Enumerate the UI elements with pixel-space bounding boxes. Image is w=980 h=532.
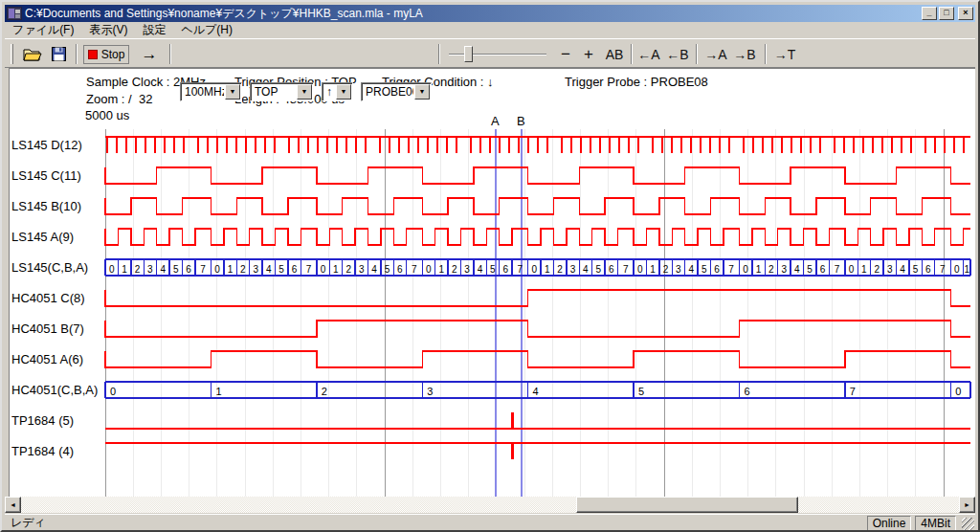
probe-value: PROBE00: [362, 85, 413, 99]
toolbar-separator: [765, 44, 767, 64]
stop-icon: [88, 50, 98, 59]
trigger-edge-select[interactable]: ↑ ▼: [322, 82, 353, 101]
save-button[interactable]: [47, 43, 70, 65]
scroll-left-button[interactable]: ◄: [5, 497, 21, 513]
trigger-edge-value: ↑: [323, 85, 335, 99]
toolbar-separator: [696, 44, 698, 64]
ab-button[interactable]: AB: [602, 43, 627, 65]
toolbar-separator: [631, 44, 633, 64]
minimize-button[interactable]: _: [922, 7, 937, 20]
status-online: Online: [867, 516, 912, 531]
goto-a-button[interactable]: ←A: [636, 43, 661, 65]
zoom-slider-thumb[interactable]: [464, 46, 473, 62]
zoom-in-button[interactable]: +: [579, 43, 598, 65]
resize-grip[interactable]: [962, 518, 974, 530]
maximize-button[interactable]: □: [939, 7, 954, 20]
waveform-client-area: [9, 68, 975, 497]
probe-select[interactable]: PROBE00 ▼: [361, 82, 432, 101]
chevron-down-icon[interactable]: ▼: [336, 84, 351, 100]
zoom-out-button[interactable]: −: [556, 43, 575, 65]
trigger-position-value: TOP: [251, 85, 296, 99]
set-b-button[interactable]: →B: [732, 43, 757, 65]
sample-rate-value: 100MHz: [181, 85, 224, 99]
toolbar-grip: [11, 44, 13, 64]
menu-settings[interactable]: 設定: [135, 21, 173, 39]
toolbar-separator: [438, 44, 440, 64]
menu-bar: ファイル(F) 表示(V) 設定 ヘルプ(H): [5, 22, 975, 38]
scroll-thumb[interactable]: [576, 497, 798, 513]
trigger-position-select[interactable]: TOP ▼: [250, 82, 314, 101]
info-trigger-probe: Trigger Probe : PROBE08: [565, 75, 708, 89]
app-icon: [7, 7, 22, 20]
status-ready: レディ: [5, 515, 867, 531]
floppy-disk-icon: [52, 47, 66, 61]
chevron-down-icon[interactable]: ▼: [297, 84, 312, 100]
close-button[interactable]: ×: [958, 7, 973, 20]
menu-view[interactable]: 表示(V): [81, 21, 135, 39]
window-title: C:¥Documents and Settings¥noname¥デスクトップ¥…: [25, 6, 920, 22]
stop-button[interactable]: Stop: [83, 45, 129, 64]
set-a-button[interactable]: →A: [703, 43, 728, 65]
goto-trigger-button[interactable]: →T: [772, 43, 797, 65]
horizontal-scrollbar[interactable]: ◄ ►: [5, 497, 975, 513]
toolbar-separator: [169, 44, 171, 64]
status-memory: 4MBit: [915, 516, 956, 531]
open-folder-icon: [23, 47, 42, 62]
chevron-down-icon[interactable]: ▼: [225, 84, 240, 100]
sample-rate-select[interactable]: 100MHz ▼: [180, 82, 242, 101]
toolbar-separator: [76, 44, 78, 64]
title-bar[interactable]: C:¥Documents and Settings¥noname¥デスクトップ¥…: [5, 5, 975, 22]
chevron-down-icon[interactable]: ▼: [414, 84, 430, 100]
menu-help[interactable]: ヘルプ(H): [173, 21, 240, 39]
toolbar: Stop → 100MHz ▼ TOP ▼ ↑ ▼ PROBE00 ▼ − + …: [5, 38, 975, 68]
open-button[interactable]: [20, 43, 45, 65]
goto-b-button[interactable]: ←B: [665, 43, 690, 65]
menu-file[interactable]: ファイル(F): [5, 21, 81, 39]
status-bar: レディ Online 4MBit: [5, 514, 975, 531]
run-button[interactable]: →: [135, 43, 164, 65]
stop-label: Stop: [101, 48, 125, 61]
info-zoom: Zoom : / 32: [86, 92, 152, 106]
scroll-right-button[interactable]: ►: [959, 497, 975, 513]
app-window: Sample Clock : 2MHz Trigger Position : T…: [0, 0, 980, 532]
